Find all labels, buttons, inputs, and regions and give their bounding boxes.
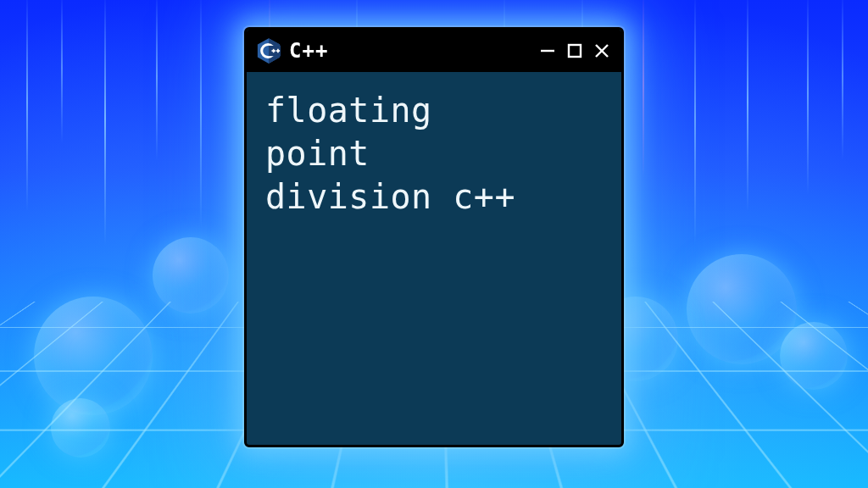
cpp-logo-icon: [257, 37, 281, 64]
minimize-button[interactable]: [538, 42, 557, 60]
titlebar[interactable]: C++: [247, 30, 621, 72]
maximize-button[interactable]: [565, 42, 584, 60]
window-controls: [538, 42, 611, 60]
app-window: C++ floating point division c++: [244, 27, 624, 447]
content-text: floating point division c++: [265, 89, 603, 219]
window-body: floating point division c++: [247, 72, 621, 236]
svg-rect-10: [569, 45, 581, 57]
background: C++ floating point division c++: [0, 0, 868, 488]
window-title: C++: [289, 39, 530, 63]
close-button[interactable]: [593, 42, 611, 60]
